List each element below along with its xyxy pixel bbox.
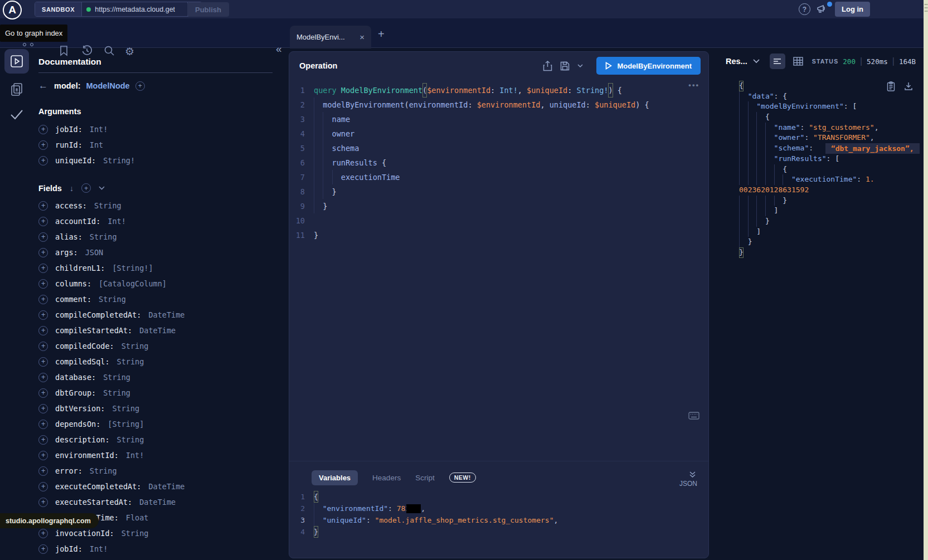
add-field-plus-icon[interactable]: + (38, 373, 48, 382)
field-type[interactable]: String (90, 232, 117, 241)
field-name[interactable]: columns: (55, 279, 91, 288)
run-operation-button[interactable]: ModelByEnvironment (596, 57, 701, 75)
back-arrow-icon[interactable]: ← (38, 80, 48, 91)
field-name[interactable]: runId: (55, 140, 82, 149)
field-name[interactable]: comment: (55, 295, 91, 304)
field-name[interactable]: dbtGroup: (55, 388, 96, 397)
field-name[interactable]: compileCompletedAt: (55, 310, 141, 319)
field-name[interactable]: executeStartedAt: (55, 498, 132, 507)
add-field-plus-icon[interactable]: + (38, 156, 48, 165)
tab-headers[interactable]: Headers (372, 474, 401, 482)
endpoint-url-input[interactable]: https://metadata.cloud.get (81, 2, 187, 16)
field-type[interactable]: String (90, 466, 117, 475)
field-type[interactable]: DateTime (139, 326, 176, 335)
add-field-plus-icon[interactable]: + (38, 529, 48, 538)
help-icon[interactable]: ? (799, 3, 810, 15)
new-tab-button[interactable]: + (378, 28, 385, 41)
add-field-plus-icon[interactable]: + (38, 217, 48, 226)
download-response-icon[interactable] (904, 81, 913, 91)
field-name[interactable]: invocationId: (55, 529, 114, 538)
tab-script[interactable]: Script (415, 474, 435, 482)
add-field-plus-icon[interactable]: + (38, 279, 48, 289)
field-type[interactable]: [String] (108, 420, 144, 428)
announcements-megaphone-icon[interactable] (816, 3, 828, 14)
add-field-plus-icon[interactable]: + (38, 435, 48, 445)
field-name[interactable]: childrenL1: (55, 264, 105, 272)
field-type[interactable]: DateTime (148, 310, 184, 319)
field-type[interactable]: String (122, 529, 149, 538)
field-name[interactable]: dependsOn: (55, 420, 100, 428)
response-chevron-down-icon[interactable] (753, 59, 760, 64)
field-type[interactable]: String (122, 342, 149, 350)
field-name[interactable]: access: (55, 201, 87, 210)
field-type[interactable]: Int! (108, 217, 126, 226)
field-name[interactable]: compileStartedAt: (55, 326, 132, 335)
add-field-plus-icon[interactable]: + (38, 232, 48, 242)
field-name[interactable]: uniqueId: (55, 156, 96, 165)
field-name[interactable]: description: (55, 435, 110, 444)
field-name[interactable]: environmentId: (55, 451, 119, 460)
model-type-link[interactable]: ModelNode (86, 81, 130, 90)
chevron-down-icon[interactable] (99, 186, 105, 190)
field-type[interactable]: String (117, 435, 144, 444)
share-icon[interactable] (543, 61, 552, 71)
field-type[interactable]: Int! (126, 451, 144, 460)
field-name[interactable]: compiledSql: (55, 357, 110, 366)
field-name[interactable]: jobId: (55, 544, 82, 553)
rail-item-checks[interactable] (8, 107, 25, 121)
field-type[interactable]: String (103, 373, 130, 382)
field-name[interactable]: error: (55, 466, 82, 475)
rail-item-explorer[interactable] (4, 49, 29, 74)
keyboard-shortcuts-icon[interactable] (688, 412, 699, 420)
add-field-plus-icon[interactable]: + (38, 466, 48, 476)
field-name[interactable]: compiledCode: (55, 342, 114, 350)
add-field-plus-icon[interactable]: + (38, 451, 48, 460)
add-field-plus-icon[interactable]: + (38, 264, 48, 273)
collapse-variables-icon[interactable] (689, 471, 696, 478)
add-field-plus-icon[interactable]: + (38, 404, 48, 413)
login-button[interactable]: Log in (835, 2, 870, 17)
field-type[interactable]: Int (90, 140, 103, 149)
field-name[interactable]: executeCompletedAt: (55, 482, 141, 491)
field-name[interactable]: accountId: (55, 217, 100, 226)
field-type[interactable]: DateTime (139, 498, 176, 507)
copy-response-icon[interactable] (887, 81, 895, 91)
publish-button[interactable]: Publish (187, 2, 229, 17)
apollo-logo[interactable]: A (3, 1, 22, 20)
rail-item-schema[interactable] (9, 81, 25, 97)
add-field-plus-icon[interactable]: + (38, 388, 48, 398)
field-type[interactable]: String (112, 404, 139, 413)
sort-down-icon[interactable]: ↓ (70, 184, 74, 193)
add-field-plus-icon[interactable]: + (38, 420, 48, 429)
add-field-plus-icon[interactable]: + (38, 310, 48, 320)
save-icon[interactable] (560, 61, 570, 71)
field-name[interactable]: alias: (55, 232, 82, 241)
close-tab-icon[interactable]: × (359, 32, 365, 42)
operation-editor[interactable]: 1query ModelByEnvironment($environmentId… (289, 83, 708, 242)
operation-tab[interactable]: ModelByEnvi... × (290, 26, 371, 48)
add-field-plus-icon[interactable]: + (38, 342, 48, 351)
field-type[interactable]: JSON (85, 248, 104, 257)
field-type[interactable]: String (94, 201, 122, 210)
field-name[interactable]: jobId: (55, 125, 82, 134)
response-json[interactable]: {"data": {"modelByEnvironment": [{"name"… (739, 81, 923, 258)
save-chevron-icon[interactable] (577, 64, 583, 68)
field-name[interactable]: database: (55, 373, 96, 382)
field-type[interactable]: String (117, 357, 144, 366)
field-type[interactable]: [CatalogColumn] (99, 279, 167, 288)
tab-variables[interactable]: Variables (312, 470, 358, 485)
add-field-plus-icon[interactable]: + (38, 248, 48, 257)
add-field-plus-icon[interactable]: + (38, 295, 48, 304)
add-field-plus-icon[interactable]: + (38, 482, 48, 491)
field-type[interactable]: DateTime (148, 482, 184, 491)
field-type[interactable]: String (103, 388, 130, 397)
response-view-table-icon[interactable] (793, 57, 803, 66)
response-view-json-icon[interactable] (770, 53, 785, 69)
add-field-plus-icon[interactable]: + (38, 201, 48, 211)
field-type[interactable]: [String!] (112, 264, 153, 272)
add-all-fields-icon[interactable]: + (81, 183, 91, 193)
add-field-plus-icon[interactable]: + (38, 544, 48, 554)
field-type[interactable]: Float (126, 513, 149, 522)
field-type[interactable]: String! (103, 156, 135, 165)
add-field-plus-icon[interactable]: + (38, 357, 48, 367)
